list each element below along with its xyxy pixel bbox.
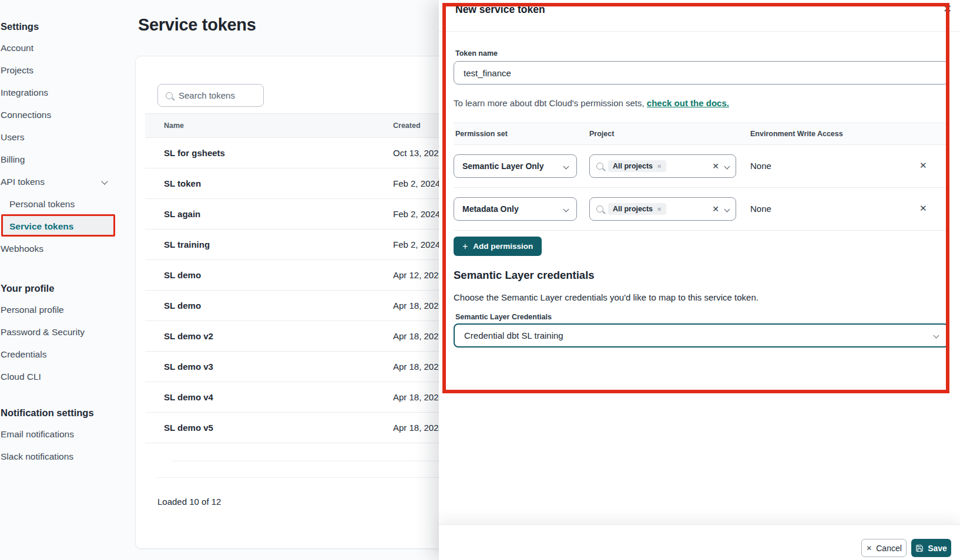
sidebar-item-connections[interactable]: Connections xyxy=(0,104,125,126)
sidebar-item-label: Users xyxy=(1,132,24,142)
sidebar-item-email-notifications[interactable]: Email notifications xyxy=(0,423,125,446)
settings-sidebar: SettingsAccountProjectsIntegrationsConne… xyxy=(0,0,125,468)
column-header-project: Project xyxy=(589,123,614,145)
cancel-x-icon: ✕ xyxy=(866,544,872,552)
cancel-button[interactable]: ✕ Cancel xyxy=(861,539,907,557)
search-icon xyxy=(166,92,173,99)
environment-write-access-value: None xyxy=(750,204,771,214)
remove-permission-row-icon[interactable]: ✕ xyxy=(919,203,927,214)
permission-set-select[interactable]: Semantic Layer Only xyxy=(454,154,577,178)
remove-tag-icon[interactable]: ✕ xyxy=(657,163,662,170)
sidebar-section: SettingsAccountProjectsIntegrationsConne… xyxy=(0,19,125,260)
token-name-cell: SL demo xyxy=(164,270,201,280)
sidebar-section-heading: Settings xyxy=(0,19,125,33)
remove-permission-row-icon[interactable]: ✕ xyxy=(919,160,927,171)
semantic-layer-credentials-label: Semantic Layer Credentials xyxy=(455,313,552,321)
project-multiselect[interactable]: All projects ✕ ✕ xyxy=(589,154,736,178)
column-header-name: Name xyxy=(164,114,184,137)
sidebar-item-webhooks[interactable]: Webhooks xyxy=(0,238,125,260)
loaded-status: Loaded 10 of 12 xyxy=(157,497,221,507)
sidebar-item-label: Connections xyxy=(1,110,51,120)
sidebar-item-label: Projects xyxy=(1,65,33,75)
add-permission-label: Add permission xyxy=(473,242,533,251)
sidebar-item-account[interactable]: Account xyxy=(0,37,125,59)
sidebar-item-credentials[interactable]: Credentials xyxy=(0,343,125,366)
token-name-cell: SL demo v2 xyxy=(164,331,213,341)
sidebar-item-label: Billing xyxy=(1,154,25,164)
token-name-input[interactable] xyxy=(454,61,949,85)
sidebar-item-label: Webhooks xyxy=(1,244,43,254)
sidebar-item-billing[interactable]: Billing xyxy=(0,149,125,171)
chevron-down-icon xyxy=(563,163,569,169)
app-root: SettingsAccountProjectsIntegrationsConne… xyxy=(0,0,960,560)
sidebar-item-api-tokens[interactable]: API tokens xyxy=(0,171,125,193)
sidebar-item-label: Email notifications xyxy=(1,429,74,439)
docs-hint: To learn more about dbt Cloud's permissi… xyxy=(454,98,729,108)
chevron-down-icon xyxy=(934,333,939,339)
permission-set-select[interactable]: Metadata Only xyxy=(454,197,577,221)
drawer-footer: ✕ Cancel Save xyxy=(439,524,960,560)
sidebar-item-users[interactable]: Users xyxy=(0,126,125,149)
sidebar-item-label: Password & Security xyxy=(1,327,85,337)
cancel-label: Cancel xyxy=(876,544,902,553)
sidebar-item-label: API tokens xyxy=(1,177,45,187)
project-multiselect[interactable]: All projects ✕ ✕ xyxy=(589,197,736,221)
token-name-label: Token name xyxy=(455,49,498,58)
search-icon xyxy=(596,163,603,170)
semantic-layer-credentials-select[interactable]: Credential dbt SL training xyxy=(454,323,949,348)
environment-write-access-value: None xyxy=(750,161,771,171)
column-header-permission-set: Permission set xyxy=(455,123,508,145)
sidebar-item-password-security[interactable]: Password & Security xyxy=(0,321,125,343)
token-name-cell: SL for gsheets xyxy=(164,148,225,158)
clear-selection-icon[interactable]: ✕ xyxy=(712,161,719,171)
page-title: Service tokens xyxy=(138,15,256,35)
close-icon[interactable]: ✕ xyxy=(943,2,952,15)
drawer-header-divider xyxy=(439,31,960,32)
sidebar-item-label: Account xyxy=(1,43,33,53)
sidebar-section-heading: Notification settings xyxy=(0,406,125,420)
sidebar-item-label: Service tokens xyxy=(9,221,73,231)
sidebar-item-cloud-cli[interactable]: Cloud CLI xyxy=(0,366,125,388)
token-name-cell: SL demo v5 xyxy=(164,423,213,433)
permission-row: Semantic Layer Only All projects ✕ ✕ Non… xyxy=(454,145,949,188)
permission-set-select-value: Semantic Layer Only xyxy=(462,161,544,171)
docs-link[interactable]: check out the docs. xyxy=(647,98,729,108)
token-created-cell: Apr 18, 2024, xyxy=(393,331,446,341)
sidebar-item-label: Slack notifications xyxy=(1,451,73,461)
add-permission-button[interactable]: + Add permission xyxy=(454,237,542,256)
chevron-down-icon xyxy=(101,178,108,184)
project-tag: All projects ✕ xyxy=(608,203,666,215)
save-button[interactable]: Save xyxy=(911,539,951,557)
permission-rows: Semantic Layer Only All projects ✕ ✕ Non… xyxy=(454,145,949,231)
sidebar-item-personal-tokens[interactable]: Personal tokens xyxy=(0,193,125,215)
save-label: Save xyxy=(928,544,947,553)
sidebar-item-label: Personal profile xyxy=(1,305,64,315)
remove-tag-icon[interactable]: ✕ xyxy=(657,206,662,212)
new-service-token-drawer: New service token ✕ Token name To learn … xyxy=(439,0,960,560)
sidebar-item-label: Credentials xyxy=(1,349,46,359)
token-created-cell: Oct 13, 2023, xyxy=(393,148,446,158)
sidebar-item-service-tokens[interactable]: Service tokens xyxy=(0,215,125,238)
token-created-cell: Apr 18, 2024, xyxy=(393,392,446,402)
token-created-cell: Apr 18, 2024, xyxy=(393,362,446,372)
token-name-cell: SL again xyxy=(164,209,200,219)
sidebar-item-personal-profile[interactable]: Personal profile xyxy=(0,299,125,321)
sidebar-section-heading: Your profile xyxy=(0,281,125,295)
sidebar-item-slack-notifications[interactable]: Slack notifications xyxy=(0,446,125,468)
sidebar-item-label: Integrations xyxy=(1,87,48,97)
search-tokens-input[interactable] xyxy=(179,90,256,100)
sidebar-item-projects[interactable]: Projects xyxy=(0,59,125,82)
chevron-down-icon xyxy=(724,163,730,169)
token-name-cell: SL demo v3 xyxy=(164,362,213,372)
permission-set-select-value: Metadata Only xyxy=(462,204,519,214)
column-header-environment-write-access: Environment Write Access xyxy=(750,123,843,145)
token-name-cell: SL token xyxy=(164,178,201,188)
token-name-cell: SL demo v4 xyxy=(164,392,213,402)
clear-selection-icon[interactable]: ✕ xyxy=(712,204,719,214)
sidebar-item-label: Cloud CLI xyxy=(1,372,41,382)
sidebar-item-integrations[interactable]: Integrations xyxy=(0,82,125,104)
permission-row: Metadata Only All projects ✕ ✕ None ✕ xyxy=(454,188,949,231)
project-tag-label: All projects xyxy=(613,205,653,213)
token-created-cell: Apr 12, 2024, xyxy=(393,270,446,280)
search-tokens-box[interactable] xyxy=(157,84,264,107)
